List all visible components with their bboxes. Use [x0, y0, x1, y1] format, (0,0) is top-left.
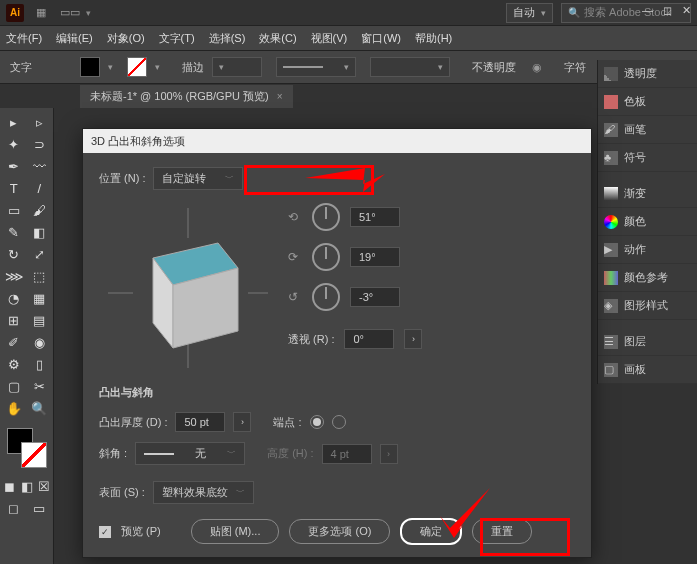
draw-normal[interactable]: ◻: [2, 498, 26, 518]
perspective-input[interactable]: 0°: [344, 329, 394, 349]
shape-builder-tool[interactable]: ◔: [2, 288, 26, 308]
maximize-icon[interactable]: ◻: [663, 4, 672, 17]
none-mode[interactable]: ☒: [36, 476, 51, 496]
depth-input[interactable]: 50 pt: [175, 412, 225, 432]
reset-button[interactable]: 重置: [472, 519, 532, 544]
panel-gradient[interactable]: 渐变: [598, 180, 697, 208]
more-options-button[interactable]: 更多选项 (O): [289, 519, 390, 544]
perspective-stepper[interactable]: ›: [404, 329, 422, 349]
direct-selection-tool[interactable]: ▹: [28, 112, 52, 132]
graph-tool[interactable]: ▯: [28, 354, 52, 374]
panel-colorguide[interactable]: 颜色参考: [598, 264, 697, 292]
cap-off[interactable]: [332, 415, 346, 429]
scale-tool[interactable]: ⤢: [28, 244, 52, 264]
paintbrush-tool[interactable]: 🖌: [28, 200, 52, 220]
screen-mode[interactable]: ▭: [28, 498, 52, 518]
extrude-bevel-heading: 凸出与斜角: [99, 385, 575, 400]
symbol-sprayer-tool[interactable]: ⚙: [2, 354, 26, 374]
roty-dial[interactable]: [312, 243, 340, 271]
rotx-dial[interactable]: [312, 203, 340, 231]
panel-graphicstyles[interactable]: ◈图形样式: [598, 292, 697, 320]
fill-swatch[interactable]: [80, 57, 100, 77]
curvature-tool[interactable]: 〰: [28, 156, 52, 176]
cap-label: 端点 :: [273, 415, 301, 430]
depth-stepper[interactable]: ›: [233, 412, 251, 432]
stroke-profile-dropdown[interactable]: ▾: [276, 57, 356, 77]
cube-preview[interactable]: [103, 203, 273, 373]
blend-tool[interactable]: ◉: [28, 332, 52, 352]
mesh-tool[interactable]: ⊞: [2, 310, 26, 330]
panel-swatches[interactable]: 色板: [598, 88, 697, 116]
stroke-swatch[interactable]: [127, 57, 147, 77]
selection-tool[interactable]: ▸: [2, 112, 26, 132]
shaper-tool[interactable]: ✎: [2, 222, 26, 242]
free-transform-tool[interactable]: ⬚: [28, 266, 52, 286]
style-icon[interactable]: ◉: [532, 61, 542, 74]
gradient-mode[interactable]: ◧: [19, 476, 34, 496]
doc-tab[interactable]: 未标题-1* @ 100% (RGB/GPU 预览) ×: [80, 85, 293, 108]
3d-extrude-dialog: 3D 凸出和斜角选项 位置 (N) : 自定旋转﹀ ⟲ 51°: [82, 128, 592, 558]
roty-icon: ⟳: [288, 250, 302, 264]
stroke-weight-dropdown[interactable]: ▾: [212, 57, 262, 77]
menu-object[interactable]: 对象(O): [107, 31, 145, 46]
panel-color[interactable]: 颜色: [598, 208, 697, 236]
rectangle-tool[interactable]: ▭: [2, 200, 26, 220]
panel-transparency[interactable]: 透明度: [598, 60, 697, 88]
map-art-button[interactable]: 贴图 (M)...: [191, 519, 280, 544]
bevel-dropdown[interactable]: 无﹀: [135, 442, 245, 465]
rotx-input[interactable]: 51°: [350, 207, 400, 227]
panel-artboards[interactable]: ▢画板: [598, 356, 697, 384]
brush-def-dropdown[interactable]: ▾: [370, 57, 450, 77]
perspective-tool[interactable]: ▦: [28, 288, 52, 308]
color-mode[interactable]: ◼: [2, 476, 17, 496]
perspective-label: 透视 (R) :: [288, 332, 334, 347]
close-tab-icon[interactable]: ×: [277, 91, 283, 102]
ok-button[interactable]: 确定: [400, 518, 462, 545]
panel-brushes[interactable]: 🖌画笔: [598, 116, 697, 144]
arrange-icon[interactable]: ▭▭: [60, 6, 80, 19]
close-icon[interactable]: ✕: [682, 4, 691, 17]
panel-actions[interactable]: ▶动作: [598, 236, 697, 264]
menu-select[interactable]: 选择(S): [209, 31, 246, 46]
doc-tab-label: 未标题-1* @ 100% (RGB/GPU 预览): [90, 89, 269, 104]
preview-checkbox[interactable]: ✓: [99, 526, 111, 538]
gradient-tool[interactable]: ▤: [28, 310, 52, 330]
menu-file[interactable]: 文件(F): [6, 31, 42, 46]
menu-window[interactable]: 窗口(W): [361, 31, 401, 46]
height-label: 高度 (H) :: [267, 446, 313, 461]
artboard-tool[interactable]: ▢: [2, 376, 26, 396]
fill-stroke-color[interactable]: [7, 428, 47, 468]
line-tool[interactable]: /: [28, 178, 52, 198]
depth-label: 凸出厚度 (D) :: [99, 415, 167, 430]
rotz-dial[interactable]: [312, 283, 340, 311]
width-tool[interactable]: ⋙: [2, 266, 26, 286]
panel-symbols[interactable]: ♣符号: [598, 144, 697, 172]
slice-tool[interactable]: ✂: [28, 376, 52, 396]
hand-tool[interactable]: ✋: [2, 398, 26, 418]
lasso-tool[interactable]: ⊃: [28, 134, 52, 154]
eyedropper-tool[interactable]: ✐: [2, 332, 26, 352]
menu-edit[interactable]: 编辑(E): [56, 31, 93, 46]
surface-dropdown[interactable]: 塑料效果底纹﹀: [153, 481, 254, 504]
rotz-input[interactable]: -3°: [350, 287, 400, 307]
bridge-icon[interactable]: ▦: [36, 6, 46, 19]
panel-layers[interactable]: ☰图层: [598, 328, 697, 356]
cap-on[interactable]: [310, 415, 324, 429]
menu-view[interactable]: 视图(V): [311, 31, 348, 46]
opt-text: 文字: [10, 60, 32, 75]
menu-effect[interactable]: 效果(C): [259, 31, 296, 46]
pen-tool[interactable]: ✒: [2, 156, 26, 176]
rotate-tool[interactable]: ↻: [2, 244, 26, 264]
position-dropdown[interactable]: 自定旋转﹀: [153, 167, 243, 190]
eraser-tool[interactable]: ◧: [28, 222, 52, 242]
minimize-icon[interactable]: —: [642, 4, 653, 17]
char-label[interactable]: 字符: [564, 60, 586, 75]
workspace-dropdown[interactable]: 自动▾: [506, 3, 553, 23]
menu-help[interactable]: 帮助(H): [415, 31, 452, 46]
type-tool[interactable]: T: [2, 178, 26, 198]
menu-type[interactable]: 文字(T): [159, 31, 195, 46]
surface-value: 塑料效果底纹: [162, 485, 228, 500]
magic-wand-tool[interactable]: ✦: [2, 134, 26, 154]
zoom-tool[interactable]: 🔍: [28, 398, 52, 418]
roty-input[interactable]: 19°: [350, 247, 400, 267]
